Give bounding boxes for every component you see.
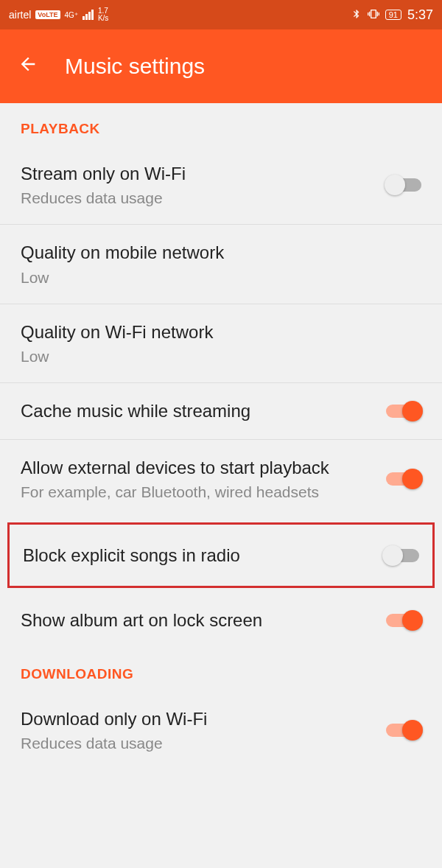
- row-quality-wifi[interactable]: Quality on Wi-Fi network Low: [0, 304, 442, 383]
- row-subtitle: Low: [21, 346, 410, 366]
- row-title: Quality on mobile network: [21, 241, 410, 264]
- battery-icon: 91: [385, 10, 401, 20]
- row-album-art[interactable]: Show album art on lock screen: [0, 592, 442, 648]
- row-title: Stream only on Wi-Fi: [21, 162, 374, 185]
- toggle-block-explicit[interactable]: [384, 549, 419, 562]
- row-quality-mobile[interactable]: Quality on mobile network Low: [0, 225, 442, 304]
- row-stream-wifi[interactable]: Stream only on Wi-Fi Reduces data usage: [0, 146, 442, 225]
- section-playback: PLAYBACK: [0, 103, 442, 146]
- vibrate-icon: [368, 8, 379, 22]
- carrier-label: airtel: [9, 9, 31, 21]
- row-title: Block explicit songs in radio: [23, 544, 372, 567]
- row-subtitle: Reduces data usage: [21, 733, 374, 753]
- app-bar: Music settings: [0, 29, 442, 103]
- row-title: Allow external devices to start playback: [21, 456, 374, 479]
- bluetooth-icon: [351, 9, 362, 21]
- clock: 5:37: [407, 7, 433, 23]
- toggle-external[interactable]: [386, 472, 421, 486]
- row-subtitle: For example, car Bluetooth, wired headse…: [21, 482, 374, 502]
- row-subtitle: Reduces data usage: [21, 188, 374, 208]
- network-type: 4G⁺: [65, 11, 78, 19]
- volte-badge: VoLTE: [35, 10, 60, 19]
- row-external[interactable]: Allow external devices to start playback…: [0, 440, 442, 518]
- row-download-wifi[interactable]: Download only on Wi-Fi Reduces data usag…: [0, 691, 442, 769]
- row-subtitle: Low: [21, 267, 410, 287]
- toggle-album-art[interactable]: [386, 614, 421, 627]
- toggle-download-wifi[interactable]: [386, 724, 421, 737]
- signal-icon: [83, 10, 94, 20]
- network-speed: 1.7 K/s: [98, 7, 108, 22]
- toggle-cache[interactable]: [386, 405, 421, 418]
- settings-content: PLAYBACK Stream only on Wi-Fi Reduces da…: [0, 103, 442, 769]
- row-cache[interactable]: Cache music while streaming: [0, 383, 442, 439]
- row-title: Cache music while streaming: [21, 399, 374, 422]
- row-title: Download only on Wi-Fi: [21, 707, 374, 730]
- highlight-block-explicit: Block explicit songs in radio: [7, 522, 435, 588]
- row-block-explicit[interactable]: Block explicit songs in radio: [10, 525, 432, 586]
- status-bar: airtel VoLTE 4G⁺ 1.7 K/s 91 5:37: [0, 0, 442, 29]
- page-title: Music settings: [65, 54, 205, 79]
- section-downloading: DOWNLOADING: [0, 648, 442, 691]
- toggle-stream-wifi[interactable]: [386, 178, 421, 192]
- row-title: Quality on Wi-Fi network: [21, 321, 410, 343]
- row-title: Show album art on lock screen: [21, 609, 374, 631]
- back-icon[interactable]: [18, 54, 38, 80]
